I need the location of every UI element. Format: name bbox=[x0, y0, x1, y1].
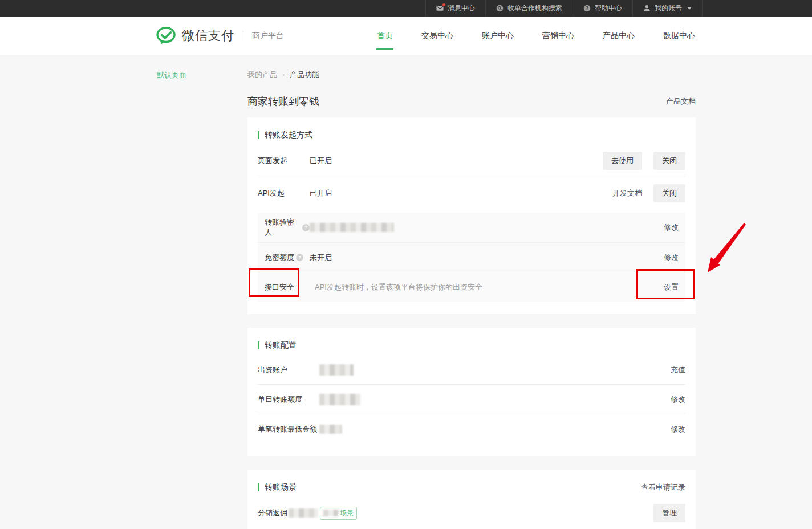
breadcrumb-separator-icon: › bbox=[282, 71, 285, 79]
row-distribution-commission: 分销返佣 场景 管理 bbox=[258, 504, 685, 522]
row-status: 已开启 bbox=[310, 156, 332, 166]
breadcrumb-product-features: 产品功能 bbox=[290, 70, 319, 80]
redacted-value bbox=[323, 510, 338, 516]
brand-logo-link[interactable]: 微信支付 商户平台 bbox=[156, 27, 284, 45]
view-application-records-link[interactable]: 查看申请记录 bbox=[641, 482, 685, 493]
row-label-text: 转账验密人 bbox=[265, 217, 301, 238]
main-nav: 首页 交易中心 账户中心 营销中心 产品中心 数据中心 bbox=[376, 27, 696, 44]
sidebar-item-default-page[interactable]: 默认页面 bbox=[157, 70, 186, 80]
scene-tag-text: 场景 bbox=[340, 508, 354, 518]
modify-limit-link[interactable]: 修改 bbox=[664, 253, 679, 263]
go-use-button[interactable]: 去使用 bbox=[603, 152, 642, 170]
row-password-free-limit: 免密额度 ? 未开启 修改 bbox=[258, 242, 685, 272]
nav-item-marketing[interactable]: 营销中心 bbox=[541, 27, 575, 44]
row-label: 页面发起 bbox=[258, 156, 310, 166]
row-status: 未开启 bbox=[310, 253, 332, 263]
close-api-initiation-button[interactable]: 关闭 bbox=[653, 184, 685, 202]
header: 微信支付 商户平台 首页 交易中心 账户中心 营销中心 产品中心 数据中心 bbox=[0, 17, 812, 55]
api-security-description: API发起转账时，设置该项平台将保护你的出资安全 bbox=[315, 282, 482, 292]
topbar-item-label: 收单合作机构搜索 bbox=[508, 3, 562, 13]
product-doc-link[interactable]: 产品文档 bbox=[666, 96, 696, 107]
message-icon bbox=[436, 5, 444, 12]
help-icon[interactable]: ? bbox=[296, 254, 303, 261]
topbar-item-label: 帮助中心 bbox=[595, 3, 622, 13]
page-title: 商家转账到零钱 bbox=[247, 95, 319, 108]
topbar-acquiring-search[interactable]: 收单合作机构搜索 bbox=[485, 0, 573, 17]
section-title-text: 转账发起方式 bbox=[265, 130, 312, 140]
row-label: 免密额度 ? bbox=[265, 253, 310, 263]
row-label: 转账验密人 ? bbox=[265, 217, 310, 238]
svg-text:?: ? bbox=[586, 5, 588, 11]
section-title-scenes: 转账场景 bbox=[258, 482, 297, 493]
card-transfer-scenes: 转账场景 查看申请记录 分销返佣 场景 管理 向销售、团长、主播等分销方发放佣金… bbox=[247, 470, 696, 529]
card-transfer-initiation: 转账发起方式 页面发起 已开启 去使用 关闭 API发起 已开启 开发文档 关闭 bbox=[247, 117, 696, 314]
manage-button[interactable]: 管理 bbox=[653, 504, 685, 522]
help-icon: ? bbox=[583, 5, 591, 12]
row-label: 接口安全 bbox=[265, 282, 310, 292]
scene-label: 分销返佣 bbox=[258, 508, 287, 518]
dev-doc-link[interactable]: 开发文档 bbox=[612, 188, 642, 198]
topbar: 消息中心 收单合作机构搜索 ? 帮助中心 我的账号 bbox=[0, 0, 812, 17]
wechat-pay-logo-icon bbox=[156, 27, 177, 45]
modify-daily-limit-link[interactable]: 修改 bbox=[671, 394, 685, 405]
modify-verifier-link[interactable]: 修改 bbox=[664, 222, 679, 233]
help-icon[interactable]: ? bbox=[302, 224, 310, 231]
section-marker bbox=[258, 131, 259, 139]
notification-badge bbox=[442, 3, 445, 6]
redacted-value bbox=[310, 223, 394, 232]
wechat-pay-merchant-page: 消息中心 收单合作机构搜索 ? 帮助中心 我的账号 bbox=[0, 0, 812, 529]
brand-name: 微信支付 bbox=[182, 27, 234, 44]
brand-separator bbox=[243, 31, 243, 41]
account-icon bbox=[643, 5, 651, 12]
redacted-value bbox=[289, 508, 318, 518]
section-marker bbox=[258, 341, 259, 349]
row-min-single-transfer: 单笔转账最低金额 修改 bbox=[258, 414, 685, 443]
section-marker bbox=[258, 483, 259, 491]
topbar-item-label: 我的账号 bbox=[655, 3, 682, 13]
topbar-message-center[interactable]: 消息中心 bbox=[425, 0, 485, 17]
row-api-initiation: API发起 已开启 开发文档 关闭 bbox=[258, 177, 685, 209]
modify-min-amount-link[interactable]: 修改 bbox=[671, 424, 685, 434]
redacted-value bbox=[319, 425, 342, 434]
card-transfer-config: 转账配置 出资账户 充值 单日转账额度 修改 单笔转账最低金额 bbox=[247, 328, 696, 456]
nav-item-data[interactable]: 数据中心 bbox=[662, 27, 696, 44]
row-label: API发起 bbox=[258, 188, 310, 198]
row-status: 已开启 bbox=[310, 188, 332, 198]
api-settings-panel: 转账验密人 ? 修改 免密额度 ? 未开启 修改 bbox=[258, 213, 685, 302]
redacted-value bbox=[319, 394, 360, 405]
chevron-down-icon bbox=[687, 7, 692, 10]
nav-item-home[interactable]: 首页 bbox=[376, 27, 394, 44]
topbar-item-label: 消息中心 bbox=[448, 3, 475, 13]
redacted-value bbox=[319, 364, 354, 376]
security-setup-link[interactable]: 设置 bbox=[664, 282, 679, 292]
topbar-help-center[interactable]: ? 帮助中心 bbox=[573, 0, 632, 17]
section-title-text: 转账场景 bbox=[265, 482, 297, 493]
row-label: 出资账户 bbox=[258, 365, 319, 375]
nav-item-transactions[interactable]: 交易中心 bbox=[420, 27, 454, 44]
row-daily-transfer-limit: 单日转账额度 修改 bbox=[258, 385, 685, 414]
recharge-link[interactable]: 充值 bbox=[671, 365, 685, 375]
breadcrumb-my-products[interactable]: 我的产品 bbox=[247, 70, 277, 80]
close-page-initiation-button[interactable]: 关闭 bbox=[653, 152, 685, 170]
title-row: 商家转账到零钱 产品文档 bbox=[247, 95, 696, 108]
row-label-text: 免密额度 bbox=[265, 253, 294, 263]
row-label: 单笔转账最低金额 bbox=[258, 424, 319, 434]
annotation-arrow-icon bbox=[706, 222, 746, 275]
section-title-text: 转账配置 bbox=[265, 340, 297, 351]
section-title-config: 转账配置 bbox=[258, 340, 685, 351]
breadcrumb: 我的产品 › 产品功能 bbox=[247, 70, 696, 80]
acquiring-search-icon bbox=[496, 5, 504, 12]
row-funding-account: 出资账户 充值 bbox=[258, 355, 685, 384]
nav-item-products[interactable]: 产品中心 bbox=[602, 27, 636, 44]
row-transfer-verifier: 转账验密人 ? 修改 bbox=[258, 213, 685, 242]
row-label: 单日转账额度 bbox=[258, 394, 319, 405]
row-api-security: 接口安全 API发起转账时，设置该项平台将保护你的出资安全 设置 bbox=[258, 272, 685, 302]
row-page-initiation: 页面发起 已开启 去使用 关闭 bbox=[258, 145, 685, 177]
topbar-my-account[interactable]: 我的账号 bbox=[632, 0, 703, 17]
scene-tag: 场景 bbox=[320, 507, 357, 520]
nav-item-account[interactable]: 账户中心 bbox=[481, 27, 515, 44]
section-title-initiation: 转账发起方式 bbox=[258, 130, 685, 140]
main-content: 我的产品 › 产品功能 商家转账到零钱 产品文档 转账发起方式 页面发起 已开启… bbox=[247, 70, 696, 529]
row-label-text: 接口安全 bbox=[265, 282, 294, 292]
platform-name: 商户平台 bbox=[252, 31, 284, 41]
